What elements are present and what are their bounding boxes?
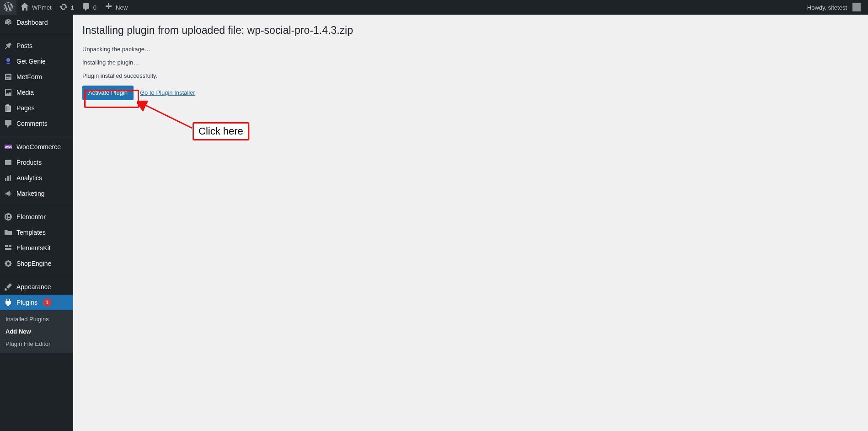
- svg-rect-11: [5, 178, 6, 181]
- sidebar-item-label: Pages: [16, 104, 35, 112]
- action-row: Activate Plugin Go to Plugin Installer: [82, 86, 859, 100]
- sidebar-item-label: ElementsKit: [16, 244, 51, 252]
- sidebar-item-shopengine[interactable]: ShopEngine: [0, 256, 73, 271]
- sidebar-item-marketing[interactable]: Marketing: [0, 186, 73, 201]
- sidebar-item-elementskit[interactable]: ElementsKit: [0, 240, 73, 256]
- sidebar-item-products[interactable]: Products: [0, 155, 73, 170]
- svg-rect-15: [6, 215, 7, 219]
- sidebar-item-label: Get Genie: [16, 58, 46, 65]
- comments-icon: [4, 119, 13, 128]
- new-label: New: [116, 4, 128, 11]
- dashboard-icon: [4, 18, 13, 27]
- sidebar-item-pages[interactable]: Pages: [0, 100, 73, 116]
- site-name-menu[interactable]: WPmet: [16, 0, 55, 15]
- update-icon: [59, 2, 68, 13]
- svg-rect-18: [8, 218, 10, 219]
- sidebar-item-dashboard[interactable]: Dashboard: [0, 15, 73, 30]
- sidebar-item-analytics[interactable]: Analytics: [0, 170, 73, 186]
- comments-count: 0: [93, 4, 96, 11]
- brush-icon: [4, 282, 13, 291]
- menu-separator: [0, 134, 73, 136]
- sidebar-item-label: Posts: [16, 42, 32, 49]
- updates-count: 1: [71, 4, 74, 11]
- svg-rect-19: [5, 245, 8, 247]
- site-name-label: WPmet: [32, 4, 52, 11]
- status-unpacking: Unpacking the package…: [82, 46, 859, 53]
- comments-menu[interactable]: 0: [78, 0, 100, 15]
- svg-rect-13: [10, 175, 11, 181]
- svg-rect-3: [6, 76, 11, 77]
- sidebar-item-label: Media: [16, 89, 34, 96]
- my-account-menu[interactable]: Howdy, sitetest: [804, 0, 864, 15]
- sidebar-item-label: Products: [16, 159, 42, 166]
- svg-rect-10: [5, 160, 11, 161]
- new-content-menu[interactable]: New: [100, 0, 131, 15]
- updates-menu[interactable]: 1: [55, 0, 78, 15]
- form-icon: [4, 72, 13, 81]
- sidebar-item-label: Analytics: [16, 174, 42, 182]
- wordpress-icon: [4, 2, 13, 13]
- svg-rect-9: [5, 161, 11, 165]
- pin-icon: [4, 41, 13, 50]
- sidebar-item-label: WooCommerce: [16, 143, 61, 151]
- menu-separator: [0, 204, 73, 206]
- sidebar-item-elementor[interactable]: Elementor: [0, 209, 73, 225]
- woocommerce-icon: Woo: [4, 142, 13, 151]
- svg-rect-21: [5, 248, 11, 250]
- products-icon: [4, 158, 13, 167]
- svg-rect-12: [7, 176, 9, 181]
- plugins-submenu: Installed Plugins Add New Plugin File Ed…: [0, 310, 73, 353]
- sidebar-item-plugins[interactable]: Plugins 1: [0, 295, 73, 310]
- submenu-add-new[interactable]: Add New: [0, 325, 73, 338]
- update-badge: 1: [43, 298, 51, 307]
- sidebar-item-getgenie[interactable]: Get Genie: [0, 54, 73, 69]
- status-installing: Installing the plugin…: [82, 59, 859, 66]
- admin-bar-left: WPmet 1 0 New: [0, 0, 131, 15]
- svg-rect-2: [6, 75, 11, 76]
- sidebar-item-metform[interactable]: MetForm: [0, 69, 73, 85]
- avatar: [852, 3, 861, 11]
- sidebar-item-posts[interactable]: Posts: [0, 38, 73, 54]
- sidebar-item-label: Plugins: [16, 299, 38, 306]
- submenu-plugin-file-editor[interactable]: Plugin File Editor: [0, 338, 73, 350]
- go-to-installer-link[interactable]: Go to Plugin Installer: [140, 89, 195, 96]
- sidebar-item-media[interactable]: Media: [0, 85, 73, 100]
- megaphone-icon: [4, 189, 13, 198]
- submenu-installed-plugins[interactable]: Installed Plugins: [0, 313, 73, 325]
- admin-bar: WPmet 1 0 New Howdy, sitetest: [0, 0, 868, 15]
- svg-text:Woo: Woo: [5, 145, 11, 149]
- menu-separator: [0, 33, 73, 35]
- activate-plugin-button[interactable]: Activate Plugin: [82, 86, 134, 100]
- sidebar-item-label: Appearance: [16, 283, 51, 291]
- sidebar-item-label: Dashboard: [16, 19, 48, 26]
- svg-rect-4: [6, 78, 9, 79]
- genie-icon: [4, 57, 13, 66]
- howdy-text: Howdy, sitetest: [807, 4, 847, 11]
- shopengine-icon: [4, 259, 13, 268]
- pages-icon: [4, 103, 13, 113]
- sidebar-item-label: ShopEngine: [16, 260, 51, 267]
- svg-rect-16: [8, 215, 10, 216]
- analytics-icon: [4, 173, 13, 183]
- sidebar-item-appearance[interactable]: Appearance: [0, 279, 73, 295]
- svg-point-22: [7, 262, 10, 265]
- admin-bar-right: Howdy, sitetest: [804, 0, 868, 15]
- elementor-icon: [4, 212, 13, 221]
- svg-rect-20: [9, 245, 11, 247]
- status-success: Plugin installed successfully.: [82, 72, 859, 79]
- elementskit-icon: [4, 243, 13, 253]
- svg-point-0: [6, 58, 10, 62]
- sidebar-item-comments[interactable]: Comments: [0, 116, 73, 131]
- menu-separator: [0, 274, 73, 276]
- svg-rect-17: [8, 216, 10, 217]
- svg-point-5: [7, 91, 8, 92]
- page-title: Installing plugin from uploaded file: wp…: [82, 24, 859, 38]
- plugin-icon: [4, 298, 13, 307]
- wp-logo-menu[interactable]: [0, 0, 16, 15]
- media-icon: [4, 88, 13, 97]
- main-content: Installing plugin from uploaded file: wp…: [73, 15, 868, 431]
- sidebar-item-woocommerce[interactable]: Woo WooCommerce: [0, 139, 73, 155]
- sidebar-item-templates[interactable]: Templates: [0, 225, 73, 240]
- admin-sidebar: Dashboard Posts Get Genie MetForm Media …: [0, 15, 73, 431]
- comment-icon: [81, 2, 91, 13]
